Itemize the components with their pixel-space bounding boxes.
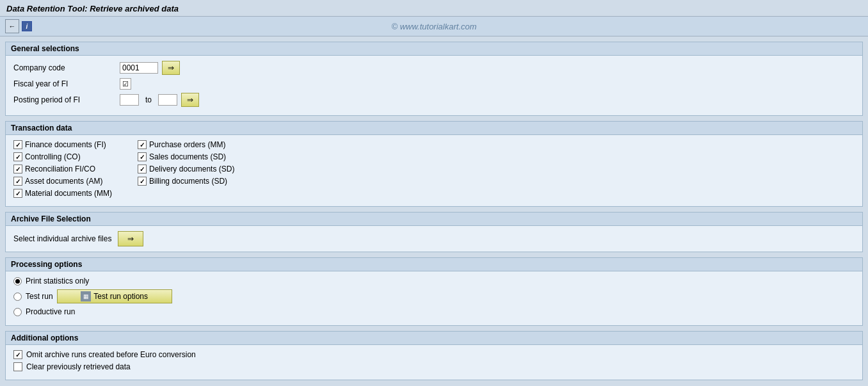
additional-options-section: Additional options Omit archive runs cre… xyxy=(5,331,863,380)
general-selections-content: Company code ⇒ Fiscal year of FI ☑ Posti… xyxy=(6,56,862,115)
omit-archive-checkbox[interactable] xyxy=(13,350,22,359)
finance-docs-label: Finance documents (FI) xyxy=(25,140,106,149)
test-run-options-label: Test run options xyxy=(93,292,148,301)
delivery-docs-checkbox[interactable] xyxy=(138,165,147,173)
omit-archive-row: Omit archive runs created before Euro co… xyxy=(13,350,855,359)
archive-file-content: Select individual archive files ⇒ xyxy=(6,226,862,252)
reconciliation-label: Reconciliation FI/CO xyxy=(25,165,95,173)
back-button[interactable]: ← xyxy=(5,19,19,33)
page-title: Data Retention Tool: Retrieve archived d… xyxy=(6,4,862,13)
company-code-arrow-button[interactable]: ⇒ xyxy=(162,61,180,75)
posting-period-arrow-button[interactable]: ⇒ xyxy=(181,93,199,107)
productive-run-label: Productive run xyxy=(26,307,75,316)
posting-period-to-input[interactable] xyxy=(158,94,177,106)
processing-options-content: Print statistics only Test run ▦ Test ru… xyxy=(6,271,862,325)
print-statistics-row: Print statistics only xyxy=(13,277,855,285)
test-run-label: Test run xyxy=(26,292,53,301)
clear-data-row: Clear previously retrieved data xyxy=(13,362,855,371)
to-label: to xyxy=(145,95,152,104)
archive-file-button[interactable]: ⇒ xyxy=(118,231,143,246)
general-selections-section: General selections Company code ⇒ Fiscal… xyxy=(5,42,863,116)
list-item: Reconciliation FI/CO xyxy=(13,165,112,173)
controlling-label: Controlling (CO) xyxy=(25,152,81,161)
watermark: © www.tutorialkart.com xyxy=(391,22,476,31)
company-code-label: Company code xyxy=(13,63,116,72)
processing-options-section: Processing options Print statistics only… xyxy=(5,257,863,326)
billing-docs-label: Billing documents (SD) xyxy=(149,177,227,186)
toolbar: ← i © www.tutorialkart.com xyxy=(0,17,868,36)
list-item: Finance documents (FI) xyxy=(13,140,112,149)
transaction-data-section: Transaction data Finance documents (FI) … xyxy=(5,121,863,207)
test-run-options-button[interactable]: ▦ Test run options xyxy=(57,289,172,303)
controlling-checkbox[interactable] xyxy=(13,152,22,161)
back-icon: ← xyxy=(9,22,16,30)
list-item: Controlling (CO) xyxy=(13,152,112,161)
transaction-data-content: Finance documents (FI) Controlling (CO) … xyxy=(6,135,862,206)
print-statistics-radio[interactable] xyxy=(13,277,22,285)
list-item: Material documents (MM) xyxy=(13,189,112,198)
archive-file-title: Archive File Selection xyxy=(6,213,862,226)
list-item: Sales documents (SD) xyxy=(138,152,234,161)
purchase-orders-label: Purchase orders (MM) xyxy=(149,140,225,149)
general-selections-title: General selections xyxy=(6,42,862,56)
posting-period-label: Posting period of FI xyxy=(13,95,116,104)
print-statistics-label: Print statistics only xyxy=(26,277,89,285)
additional-options-title: Additional options xyxy=(6,332,862,345)
productive-run-row: Productive run xyxy=(13,307,855,316)
sales-docs-label: Sales documents (SD) xyxy=(149,152,226,161)
additional-options-content: Omit archive runs created before Euro co… xyxy=(6,345,862,380)
asset-docs-label: Asset documents (AM) xyxy=(25,177,102,186)
list-item: Purchase orders (MM) xyxy=(138,140,234,149)
clear-data-label: Clear previously retrieved data xyxy=(26,362,131,371)
info-icon: i xyxy=(22,21,32,31)
material-docs-label: Material documents (MM) xyxy=(25,189,112,198)
archive-file-row: Select individual archive files ⇒ xyxy=(13,231,855,246)
test-run-options-icon: ▦ xyxy=(81,291,91,302)
arrow-icon: ⇒ xyxy=(168,63,174,72)
clear-data-checkbox[interactable] xyxy=(13,362,22,371)
archive-file-label: Select individual archive files xyxy=(13,234,111,243)
fiscal-year-row: Fiscal year of FI ☑ xyxy=(13,78,855,90)
list-item: Asset documents (AM) xyxy=(13,177,112,186)
sales-docs-checkbox[interactable] xyxy=(138,152,147,161)
transaction-left-column: Finance documents (FI) Controlling (CO) … xyxy=(13,140,112,201)
company-code-row: Company code ⇒ xyxy=(13,61,855,75)
productive-run-radio[interactable] xyxy=(13,308,22,316)
fiscal-year-checkmark: ☑ xyxy=(122,80,129,88)
processing-options-title: Processing options xyxy=(6,258,862,271)
test-run-row: Test run ▦ Test run options xyxy=(13,289,855,303)
delivery-docs-label: Delivery documents (SD) xyxy=(149,165,234,173)
test-run-radio[interactable] xyxy=(13,293,22,301)
finance-docs-checkbox[interactable] xyxy=(13,140,22,149)
main-content: General selections Company code ⇒ Fiscal… xyxy=(0,36,868,385)
transaction-right-column: Purchase orders (MM) Sales documents (SD… xyxy=(138,140,234,201)
transaction-data-title: Transaction data xyxy=(6,122,862,135)
title-bar: Data Retention Tool: Retrieve archived d… xyxy=(0,0,868,36)
posting-period-row: Posting period of FI to ⇒ xyxy=(13,93,855,107)
billing-docs-checkbox[interactable] xyxy=(138,177,147,186)
archive-arrow-icon: ⇒ xyxy=(127,234,134,243)
omit-archive-label: Omit archive runs created before Euro co… xyxy=(26,350,196,359)
list-item: Billing documents (SD) xyxy=(138,177,234,186)
fiscal-year-checkbox[interactable]: ☑ xyxy=(120,78,131,90)
material-docs-checkbox[interactable] xyxy=(13,189,22,198)
list-item: Delivery documents (SD) xyxy=(138,165,234,173)
company-code-input[interactable] xyxy=(120,62,158,74)
purchase-orders-checkbox[interactable] xyxy=(138,140,147,149)
fiscal-year-label: Fiscal year of FI xyxy=(13,79,116,88)
asset-docs-checkbox[interactable] xyxy=(13,177,22,186)
posting-period-arrow-icon: ⇒ xyxy=(187,95,193,104)
reconciliation-checkbox[interactable] xyxy=(13,165,22,173)
archive-file-section: Archive File Selection Select individual… xyxy=(5,212,863,252)
posting-period-from-input[interactable] xyxy=(120,94,139,106)
